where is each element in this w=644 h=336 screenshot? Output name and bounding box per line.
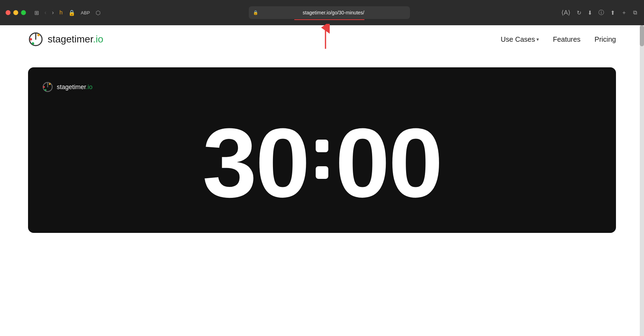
logo-text: stagetimer.io — [48, 34, 103, 45]
logo-icon — [28, 32, 43, 47]
lock-browser-icon[interactable]: 🔒 — [67, 8, 77, 18]
logo[interactable]: stagetimer.io — [28, 32, 103, 47]
fullscreen-button[interactable] — [21, 10, 26, 15]
svg-point-5 — [37, 34, 40, 36]
timer-minutes: 30 — [203, 114, 309, 212]
timer-display: 30 00 — [42, 107, 602, 219]
browser-action-icons: ⟨A⟩ ↻ ⬇ ⓘ ⬆ ＋ ⧉ — [560, 7, 638, 18]
download-icon[interactable]: ⬇ — [586, 8, 594, 18]
colon-dot-bottom — [316, 166, 328, 179]
url-text[interactable]: stagetimer.io/go/30-minutes/ — [261, 10, 406, 15]
share-icon[interactable]: ⬆ — [609, 8, 616, 18]
svg-point-7 — [43, 86, 45, 88]
timer-card-logo-icon — [42, 81, 53, 93]
honey-icon[interactable]: h — [58, 8, 64, 17]
nav-pricing[interactable]: Pricing — [595, 35, 616, 43]
website-content: stagetimer.io Use Cases ▾ Features Prici… — [0, 25, 644, 336]
browser-nav-icons: ⊞ ‹ › h 🔒 ABP ⬡ — [33, 8, 102, 18]
svg-point-4 — [32, 42, 34, 45]
timer-card: stagetimer.io 30 00 — [28, 67, 616, 233]
duplicate-icon[interactable]: ⧉ — [632, 8, 638, 17]
lock-icon: 🔒 — [253, 10, 258, 15]
svg-point-9 — [49, 83, 51, 85]
svg-point-8 — [45, 89, 47, 91]
main-content: stagetimer.io 30 00 — [0, 53, 644, 247]
sidebar-icon[interactable]: ⊞ — [33, 8, 40, 18]
browser-chrome: ⊞ ‹ › h 🔒 ABP ⬡ 🔒 stagetimer.io/go/30-mi… — [0, 0, 644, 25]
scrollbar-thumb[interactable] — [640, 25, 644, 46]
chevron-left-icon[interactable]: ‹ — [43, 8, 48, 17]
nav-links: Use Cases ▾ Features Pricing — [501, 35, 616, 43]
new-tab-icon[interactable]: ＋ — [620, 8, 628, 18]
minimize-button[interactable] — [13, 10, 18, 15]
address-bar[interactable]: 🔒 stagetimer.io/go/30-minutes/ — [249, 6, 410, 19]
shield-icon[interactable]: ⬡ — [94, 8, 102, 18]
timer-colon — [316, 140, 328, 179]
svg-point-3 — [30, 38, 32, 41]
timer-card-logo-text: stagetimer.io — [57, 83, 93, 91]
traffic-lights — [6, 10, 26, 15]
page-scrollbar[interactable] — [640, 25, 644, 336]
nav-use-cases[interactable]: Use Cases ▾ — [501, 35, 539, 43]
navigation: stagetimer.io Use Cases ▾ Features Prici… — [0, 25, 644, 53]
nav-features[interactable]: Features — [553, 35, 581, 43]
colon-dot-top — [316, 140, 328, 152]
timer-seconds: 00 — [335, 114, 441, 212]
info-icon[interactable]: ⓘ — [597, 8, 605, 18]
translate-icon[interactable]: ⟨A⟩ — [560, 7, 572, 18]
refresh-icon[interactable]: ↻ — [575, 8, 583, 18]
timer-card-logo: stagetimer.io — [42, 81, 602, 93]
dropdown-arrow-icon: ▾ — [536, 36, 539, 42]
adblock-icon[interactable]: ABP — [80, 9, 91, 17]
chevron-right-icon[interactable]: › — [50, 8, 55, 17]
address-bar-container: 🔒 stagetimer.io/go/30-minutes/ — [106, 6, 553, 19]
close-button[interactable] — [6, 10, 11, 15]
